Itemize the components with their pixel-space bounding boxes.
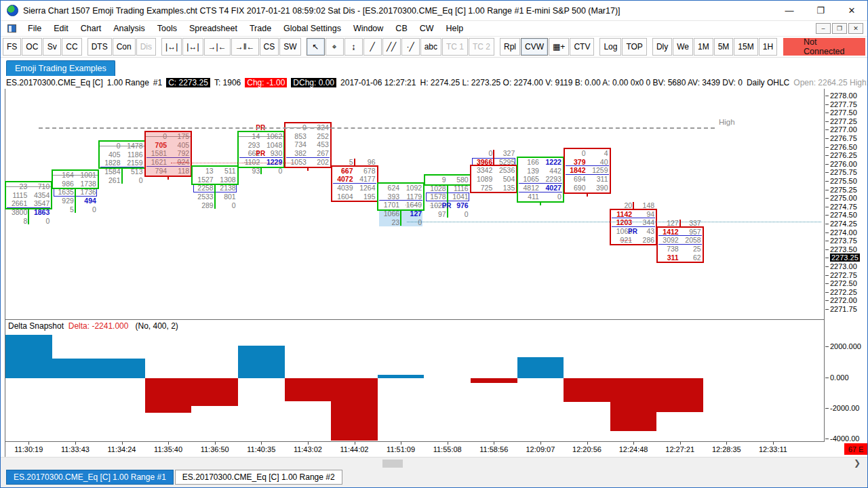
price-tick [825, 241, 829, 241]
time-tick [494, 442, 494, 445]
delta-bar-negative [656, 378, 703, 412]
chart-tab-1[interactable]: ES.20170300.CME_Eq [C] 1.00 Range #1 [6, 470, 174, 485]
price-label: 2277.75 [830, 100, 857, 108]
time-tick [680, 442, 681, 445]
price-tick [825, 224, 829, 224]
chart-tab-2[interactable]: ES.20170300.CME_Eq [C] 1.00 Range #2 [175, 470, 342, 485]
price-label: 2276.50 [830, 143, 857, 151]
time-label: 11:36:50 [191, 445, 239, 453]
delta-bar-positive [5, 335, 52, 378]
time-label: 11:33:43 [52, 445, 99, 453]
time-label: 11:55:08 [424, 445, 471, 453]
price-tick [825, 207, 829, 207]
delta-bars-layer [1, 1, 868, 488]
price-tick [825, 292, 829, 293]
time-label: 12:27:21 [656, 445, 704, 453]
time-label: 12:24:48 [610, 445, 657, 453]
price-label: 2272.00 [830, 296, 857, 304]
price-tick [825, 190, 829, 190]
price-tick [825, 275, 829, 276]
price-label: 2275.25 [830, 186, 857, 194]
price-label: 2272.25 [830, 288, 857, 296]
time-label: 12:28:35 [703, 445, 750, 453]
price-tick [825, 147, 829, 148]
time-label: 11:43:02 [284, 445, 332, 453]
delta-scale-label: -4000.00 [830, 434, 859, 443]
price-tick [825, 121, 829, 122]
price-label: 2275.00 [830, 194, 857, 202]
price-label: 2277.00 [830, 125, 857, 134]
time-tick [587, 442, 588, 445]
time-label: 11:34:24 [98, 445, 146, 453]
price-tick [825, 258, 829, 258]
delta-bar-negative [191, 378, 238, 406]
delta-bar-negative [145, 378, 192, 413]
delta-bar-negative [331, 378, 378, 441]
delta-bar-positive [517, 357, 564, 379]
price-tick [825, 309, 829, 310]
price-label: 2273.75 [830, 237, 857, 245]
price-tick [825, 129, 829, 130]
horizontal-scrollbar[interactable]: ❯ [1, 457, 868, 470]
price-tick [825, 249, 829, 250]
delta-bar-negative [610, 378, 657, 431]
price-label: 2272.75 [830, 271, 857, 279]
price-label: 2278.00 [830, 92, 857, 100]
price-tick [825, 138, 829, 139]
time-label: 11:44:02 [331, 445, 378, 453]
price-tick [825, 164, 829, 165]
price-tick [825, 155, 829, 156]
delta-scale-tick [825, 346, 829, 347]
price-scale[interactable]: 2278.002277.752277.502277.252277.002276.… [825, 89, 868, 457]
delta-scale-tick [825, 408, 829, 409]
price-tick [825, 181, 829, 182]
delta-bar-positive [52, 359, 99, 378]
delta-bar-positive [98, 359, 145, 378]
price-label: 2276.75 [830, 134, 857, 142]
time-tick [355, 442, 355, 445]
price-label: 2272.50 [830, 279, 857, 287]
delta-scale-label: 0.000 [830, 373, 849, 382]
price-label: 2277.50 [830, 108, 857, 117]
time-label: 11:51:09 [377, 445, 425, 453]
time-axis[interactable]: 11:30:1911:33:4311:34:2411:35:4011:36:50… [5, 441, 825, 457]
price-label: 2277.25 [830, 117, 857, 125]
price-tick [825, 266, 829, 267]
time-tick [773, 442, 774, 445]
delta-scale-tick [825, 378, 829, 378]
time-label: 12:20:56 [564, 445, 611, 453]
price-tick [825, 172, 829, 173]
time-label: 12:09:07 [517, 445, 564, 453]
price-label: 2274.25 [830, 220, 857, 228]
price-label: 2273.00 [830, 262, 857, 270]
time-label: 11:30:19 [5, 445, 52, 453]
price-tick [825, 283, 829, 284]
price-tick [825, 232, 829, 233]
time-tick [28, 442, 29, 445]
delta-bar-negative [285, 378, 332, 401]
price-tick [825, 198, 829, 199]
time-tick [308, 442, 309, 445]
delta-snapshot-region[interactable]: Delta Snapshot Delta: -2241.000 (No, 400… [5, 319, 825, 441]
time-tick [168, 442, 169, 445]
price-label: 2273.50 [830, 245, 857, 253]
price-label: 2275.75 [830, 168, 857, 176]
price-tick [825, 113, 829, 113]
time-tick [726, 442, 727, 445]
last-price-label: 2273.25 [830, 253, 860, 262]
price-label: 2271.75 [830, 305, 857, 313]
price-label: 2274.75 [830, 203, 857, 211]
delta-scale-label: 2000.000 [830, 342, 861, 350]
time-tick [261, 442, 262, 445]
price-label: 2274.00 [830, 228, 857, 237]
scrollbar-thumb[interactable] [382, 460, 403, 468]
price-tick [825, 96, 829, 96]
price-tick [825, 104, 829, 105]
sierra-chart-window: Sierra Chart 1507 Emoji Trading Examples… [0, 0, 868, 488]
time-label: 11:35:40 [144, 445, 192, 453]
time-tick [540, 442, 541, 445]
time-label: 12:33:11 [749, 445, 797, 453]
time-tick [401, 442, 401, 445]
price-tick [825, 215, 829, 216]
scrollbar-right-arrow[interactable]: ❯ [854, 458, 861, 468]
